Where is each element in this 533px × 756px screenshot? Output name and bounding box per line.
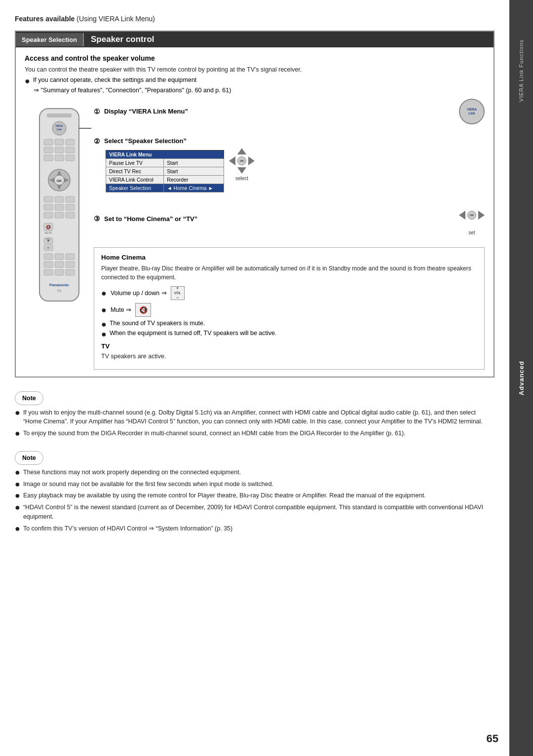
note1-text1: If you wish to enjoy the multi-channel s…: [23, 408, 495, 427]
svg-rect-11: [44, 155, 53, 161]
svg-rect-39: [55, 254, 64, 260]
svg-rect-7: [66, 139, 75, 145]
home-cinema-box: Home Cinema Player theatre, Blu-ray Disc…: [94, 247, 485, 370]
note2-text3: Easy playback may be available by using …: [23, 491, 426, 500]
access-arrow1: ⇒ "Summary of features", "Connection", "…: [34, 86, 485, 94]
mute-symbol: 🔇: [139, 306, 148, 314]
svg-text:OK: OK: [57, 179, 62, 183]
section-header: Speaker Selection Speaker control: [16, 32, 494, 47]
set-label: set: [468, 230, 475, 235]
features-bold: Features available: [15, 15, 75, 23]
section-title: Speaker control: [84, 32, 161, 47]
tv-desc: TV speakers are active.: [101, 352, 477, 361]
note2-dot3: ●: [15, 491, 20, 500]
vol-row: ● Volume up / down ⇒ + VOL −: [101, 286, 477, 300]
svg-rect-29: [66, 212, 75, 218]
side-tab-bottom-text: Advanced: [518, 361, 525, 395]
mute-icon: 🔇: [135, 303, 151, 317]
svg-text:🔇: 🔇: [46, 225, 51, 229]
step2-label: Select “Speaker Selection”: [104, 137, 187, 145]
note2-bullet2: ● Image or sound may not be available fo…: [15, 480, 495, 489]
access-bullet1: ● If you cannot operate, check the setti…: [25, 76, 485, 85]
svg-rect-23: [66, 196, 75, 202]
bullet1-text: If you cannot operate, check the setting…: [33, 76, 196, 83]
svg-rect-1: [47, 113, 72, 117]
note1-bullet1: ● If you wish to enjoy the multi-channel…: [15, 408, 495, 427]
steps-col: ① Display “VIERA Link Menu” VIERALink: [94, 99, 485, 370]
note2-dot5: ●: [15, 524, 20, 533]
note1-box: Note: [15, 391, 43, 405]
remote-container: VIERA Link: [25, 99, 94, 311]
note2-dot4: ●: [15, 503, 20, 512]
vol-icon: + VOL −: [171, 286, 185, 300]
note1-dot1: ●: [15, 408, 20, 417]
svg-rect-45: [55, 269, 64, 275]
menu-row3-col2: Recorder: [164, 175, 224, 184]
vol-text: VOL: [174, 291, 181, 295]
note1-dot2: ●: [15, 429, 20, 438]
step1-row: ① Display “VIERA Link Menu” VIERALink: [94, 99, 485, 124]
main-section-box: Speaker Selection Speaker control Access…: [15, 31, 495, 378]
svg-rect-42: [55, 262, 64, 267]
svg-text:−: −: [47, 245, 49, 250]
svg-rect-21: [44, 196, 53, 202]
svg-rect-9: [55, 147, 64, 153]
svg-text:Panasonic: Panasonic: [49, 283, 70, 287]
note2-bullets: ● These functions may not work properly …: [15, 468, 495, 534]
note2-bullet4: ● “HDAVI Control 5” is the newest standa…: [15, 503, 495, 522]
note1-section: Note ● If you wish to enjoy the multi-ch…: [15, 391, 495, 439]
steps-area: VIERA Link: [25, 99, 485, 370]
features-title: Features available (Using VIERA Link Men…: [15, 15, 495, 23]
svg-text:VIERA: VIERA: [55, 124, 63, 127]
hc-bullet2: ● When the equipment is turned off, TV s…: [101, 330, 477, 339]
step2-row: ② Select “Speaker Selection” VIERA Link …: [94, 137, 485, 192]
tv-title: TV: [101, 342, 477, 350]
set-dpad-area: OK set: [459, 202, 485, 235]
svg-text:Link: Link: [57, 128, 62, 131]
svg-rect-41: [44, 262, 53, 267]
vol-plus: +: [176, 286, 179, 291]
svg-rect-24: [44, 204, 53, 210]
svg-text:VOL: VOL: [46, 237, 51, 240]
mute-row: ● Mute ⇒ 🔇: [101, 303, 477, 317]
hc-bullet-dot1: ●: [101, 320, 107, 329]
note2-dot1: ●: [15, 468, 20, 477]
menu-row1-col1: Pause Live TV: [106, 158, 164, 167]
side-tab: VIERA Link Functions Advanced: [509, 0, 533, 756]
viera-link-btn: VIERALink: [459, 99, 485, 124]
section-tag: Speaker Selection: [16, 33, 84, 46]
hc-bullet1-text: The sound of TV speakers is mute.: [110, 320, 205, 327]
note2-text2: Image or sound may not be available for …: [23, 480, 273, 489]
access-title: Access and control the speaker volume: [25, 54, 485, 62]
step3-row: ③ Set to “Home Cinema” or “TV” OK: [94, 202, 485, 235]
note2-text4: “HDAVI Control 5” is the newest standard…: [23, 503, 495, 522]
menu-row2-col1: Direct TV Rec: [106, 167, 164, 175]
viera-menu-table: VIERA Link Menu Pause Live TV Start Dire…: [106, 150, 224, 192]
side-tab-top-text: VIERA Link Functions: [518, 39, 524, 102]
vol-bullet: ●: [101, 289, 107, 298]
svg-rect-6: [55, 139, 64, 145]
note1-bullets: ● If you wish to enjoy the multi-channel…: [15, 408, 495, 439]
step3-label: Set to “Home Cinema” or “TV”: [104, 215, 197, 223]
svg-rect-10: [66, 147, 75, 153]
svg-rect-25: [55, 204, 64, 210]
note2-section: Note ● These functions may not work prop…: [15, 451, 495, 534]
svg-text:MUTE: MUTE: [45, 231, 52, 234]
svg-rect-27: [44, 212, 53, 218]
select-label: select: [235, 176, 248, 181]
svg-rect-40: [66, 254, 75, 260]
note2-dot2: ●: [15, 480, 20, 489]
menu-row4-col2: ◄ Home Cinema ►: [164, 184, 224, 192]
step2-number: ②: [94, 137, 100, 145]
note2-bullet5: ● To confirm this TV’s version of HDAVI …: [15, 524, 495, 533]
svg-rect-44: [44, 269, 53, 275]
menu-row4-col1: Speaker Selection: [106, 184, 164, 192]
mute-bullet: ●: [101, 305, 107, 314]
step1-number: ①: [94, 108, 100, 115]
main-box-content: Access and control the speaker volume Yo…: [16, 47, 494, 377]
note1-text2: To enjoy the sound from the DIGA Recorde…: [23, 429, 406, 438]
tv-section: TV TV speakers are active.: [101, 342, 477, 361]
menu-row1-col2: Start: [164, 158, 224, 167]
hc-bullet1: ● The sound of TV speakers is mute.: [101, 320, 477, 329]
arrow1-text: ⇒ "Summary of features", "Connection", "…: [34, 86, 231, 94]
